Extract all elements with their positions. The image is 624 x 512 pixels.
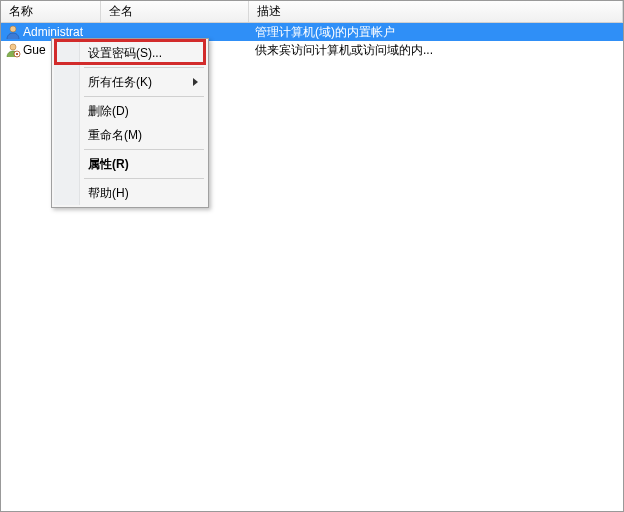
user-desc-label: 供来宾访问计算机或访问域的内... <box>249 42 623 59</box>
menu-all-tasks-label: 所有任务(K) <box>88 74 152 91</box>
svg-point-0 <box>10 26 16 32</box>
column-header-row: 名称 全名 描述 <box>1 1 623 23</box>
chevron-right-icon <box>193 78 198 86</box>
user-guest-icon <box>5 42 21 58</box>
menu-help[interactable]: 帮助(H) <box>54 181 206 205</box>
menu-set-password[interactable]: 设置密码(S)... <box>54 41 206 65</box>
menu-separator <box>84 149 204 150</box>
column-header-fullname[interactable]: 全名 <box>101 1 249 22</box>
column-header-name[interactable]: 名称 <box>1 1 101 22</box>
svg-point-1 <box>10 44 16 50</box>
user-name-label: Administrat <box>23 25 83 39</box>
menu-rename[interactable]: 重命名(M) <box>54 123 206 147</box>
user-name-label: Gue <box>23 43 46 57</box>
menu-properties[interactable]: 属性(R) <box>54 152 206 176</box>
menu-all-tasks[interactable]: 所有任务(K) <box>54 70 206 94</box>
menu-separator <box>84 96 204 97</box>
menu-separator <box>84 67 204 68</box>
menu-delete[interactable]: 删除(D) <box>54 99 206 123</box>
context-menu: 设置密码(S)... 所有任务(K) 删除(D) 重命名(M) 属性(R) 帮助… <box>51 38 209 208</box>
column-header-desc[interactable]: 描述 <box>249 1 623 22</box>
user-desc-label: 管理计算机(域)的内置帐户 <box>249 24 623 41</box>
menu-separator <box>84 178 204 179</box>
user-admin-icon <box>5 24 21 40</box>
